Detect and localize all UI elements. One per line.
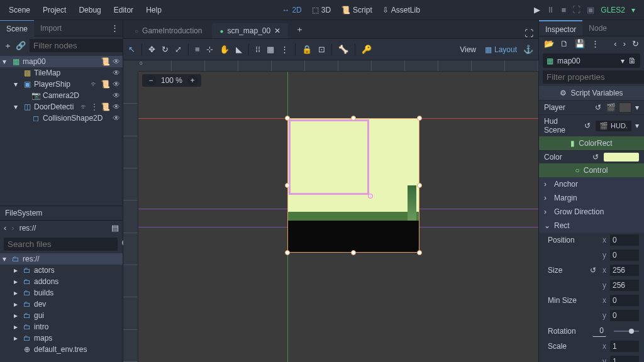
reset-icon[interactable]: ↺ <box>594 103 602 112</box>
scene-tab[interactable]: ○ GameIntroduction <box>127 23 209 38</box>
grid-icon[interactable]: ▦ <box>267 45 274 54</box>
resize-handle[interactable] <box>285 250 290 255</box>
color-swatch[interactable] <box>604 153 639 162</box>
history-prev-icon[interactable]: ‹ <box>614 39 616 48</box>
layout-menu[interactable]: ▦Layout <box>485 45 517 54</box>
tree-row[interactable]: 📷 Camera2D 👁 <box>0 90 123 101</box>
2d-viewport[interactable]: 0 <box>123 60 538 362</box>
zoom-label[interactable]: 100 % <box>161 76 182 85</box>
min-size-x[interactable]: 0 <box>610 295 639 306</box>
visibility-icon[interactable]: 👁 <box>113 91 120 100</box>
cat-margin[interactable]: ›Margin <box>539 191 644 205</box>
group-icon[interactable]: ⊡ <box>318 45 325 54</box>
chevron-down-icon[interactable]: ▾ <box>631 6 635 14</box>
history-icon[interactable]: ↻ <box>632 39 639 48</box>
fs-search-input[interactable] <box>4 238 118 251</box>
chevron-down-icon[interactable]: ▾ <box>621 57 625 65</box>
menu-debug[interactable]: Debug <box>72 0 107 20</box>
script-attach-icon[interactable]: 📜 <box>101 57 110 66</box>
add-tab-icon[interactable]: ＋ <box>291 21 309 38</box>
tree-row[interactable]: ▾ ▦ map00 📜👁 <box>0 56 123 67</box>
menu-help[interactable]: Help <box>140 0 168 20</box>
size-x[interactable]: 256 <box>610 265 639 276</box>
resource-slot[interactable] <box>619 102 631 112</box>
workspace-script[interactable]: 📜Script <box>336 6 377 14</box>
lock-icon[interactable]: 🔒 <box>302 45 312 54</box>
save-resource-icon[interactable]: 💾 <box>575 39 585 48</box>
fs-folder[interactable]: ▸🗀intro <box>0 321 123 332</box>
rotation-slider[interactable] <box>614 331 639 332</box>
rotation-field[interactable]: 0 <box>592 325 606 337</box>
fs-folder[interactable]: ▸🗀gui <box>0 310 123 321</box>
play-scene-icon[interactable]: ⛶ <box>572 5 580 14</box>
link-icon[interactable]: 🔗 <box>16 41 26 50</box>
resize-handle[interactable] <box>417 116 422 121</box>
renderer-label[interactable]: GLES2 <box>601 6 625 14</box>
tab-scene[interactable]: Scene <box>0 20 34 37</box>
scale-y[interactable]: 1 <box>610 356 639 362</box>
reset-icon[interactable]: ↺ <box>591 153 600 162</box>
position-x[interactable]: 0 <box>610 234 639 246</box>
snap-options-icon[interactable]: ⋮ <box>280 45 289 54</box>
scene-tab[interactable]: ● scn_map_00 ✕ <box>212 23 288 38</box>
pause-icon[interactable]: ⏸ <box>547 5 555 14</box>
workspace-3d[interactable]: ⬚3D <box>307 6 336 14</box>
scale-x[interactable]: 1 <box>610 341 639 352</box>
play-custom-icon[interactable]: ▣ <box>587 5 594 14</box>
size-y[interactable]: 256 <box>610 280 639 291</box>
visibility-icon[interactable]: 👁 <box>113 69 120 77</box>
position-y[interactable]: 0 <box>610 250 639 261</box>
resize-handle[interactable] <box>351 116 356 121</box>
resize-handle[interactable] <box>417 250 422 255</box>
resize-handle[interactable] <box>285 116 290 121</box>
visibility-icon[interactable]: 👁 <box>113 114 120 123</box>
ruler-vertical[interactable] <box>123 72 138 362</box>
workspace-2d[interactable]: ↔2D <box>277 6 306 14</box>
visibility-icon[interactable]: 👁 <box>113 80 120 89</box>
fs-folder[interactable]: ▸🗀dev <box>0 299 123 310</box>
hud-value[interactable]: 🎬HUD. <box>596 121 631 131</box>
scale-tool-icon[interactable]: ⤢ <box>175 45 182 54</box>
menu-scene[interactable]: Scene <box>3 0 36 20</box>
workspace-assetlib[interactable]: ⇩AssetLib <box>377 6 425 14</box>
fs-root[interactable]: ▾🗀 res:// <box>0 253 123 265</box>
fs-folder[interactable]: ▸🗀addons <box>0 276 123 287</box>
back-icon[interactable]: ‹ <box>4 223 6 233</box>
history-next-icon[interactable]: › <box>623 39 626 48</box>
reset-icon[interactable]: ↺ <box>590 266 596 275</box>
pivot-handle[interactable] <box>368 194 373 199</box>
rotate-tool-icon[interactable]: ↻ <box>162 45 169 54</box>
tab-import[interactable]: Import <box>34 20 68 36</box>
distraction-free-icon[interactable]: ⛶ <box>525 28 533 38</box>
menu-project[interactable]: Project <box>36 0 72 20</box>
pivot-icon[interactable]: ⊹ <box>206 45 213 54</box>
visibility-icon[interactable]: 👁 <box>113 57 120 66</box>
script-attach-icon[interactable]: 📜 <box>101 102 110 111</box>
add-node-icon[interactable]: ＋ <box>4 40 12 52</box>
signal-icon[interactable]: ᯤ <box>91 80 98 89</box>
inspector-filter-input[interactable] <box>543 70 644 84</box>
ruler-horizontal[interactable]: 0 <box>138 60 538 72</box>
list-select-icon[interactable]: ≡ <box>195 45 200 54</box>
tree-row[interactable]: ▾ ▣ PlayerShip ᯤ📜👁 <box>0 79 123 90</box>
forward-icon[interactable]: › <box>11 223 14 233</box>
group-icon[interactable]: ⋮ <box>91 102 98 111</box>
resize-handle[interactable] <box>417 183 422 188</box>
min-size-y[interactable]: 0 <box>610 310 639 321</box>
snap-icon[interactable]: ⁞⁞ <box>255 45 260 54</box>
fs-file[interactable]: ⊕default_env.tres <box>0 344 123 355</box>
fs-folder[interactable]: ▸🗀actors <box>0 265 123 276</box>
docs-icon[interactable]: 🗎 <box>628 56 636 65</box>
cat-rect[interactable]: ⌄Rect <box>539 219 644 233</box>
pan-tool-icon[interactable]: ✋ <box>219 45 230 54</box>
zoom-out-icon[interactable]: − <box>146 75 156 85</box>
canvas[interactable]: − 100 % + <box>138 72 538 362</box>
fs-folder[interactable]: ▸🗀builds <box>0 287 123 299</box>
signal-icon[interactable]: ᯤ <box>80 102 88 111</box>
tree-row[interactable]: ▾ ◫ DoorDetecti ᯤ⋮📜👁 <box>0 101 123 112</box>
options-icon[interactable]: ⋮ <box>591 39 599 48</box>
tree-row[interactable]: ◻ CollisionShape2D 👁 <box>0 112 123 124</box>
breadcrumb[interactable]: res:// <box>19 224 36 233</box>
chevron-down-icon[interactable]: ▾ <box>635 121 639 130</box>
play-icon[interactable]: ▶ <box>534 5 540 14</box>
